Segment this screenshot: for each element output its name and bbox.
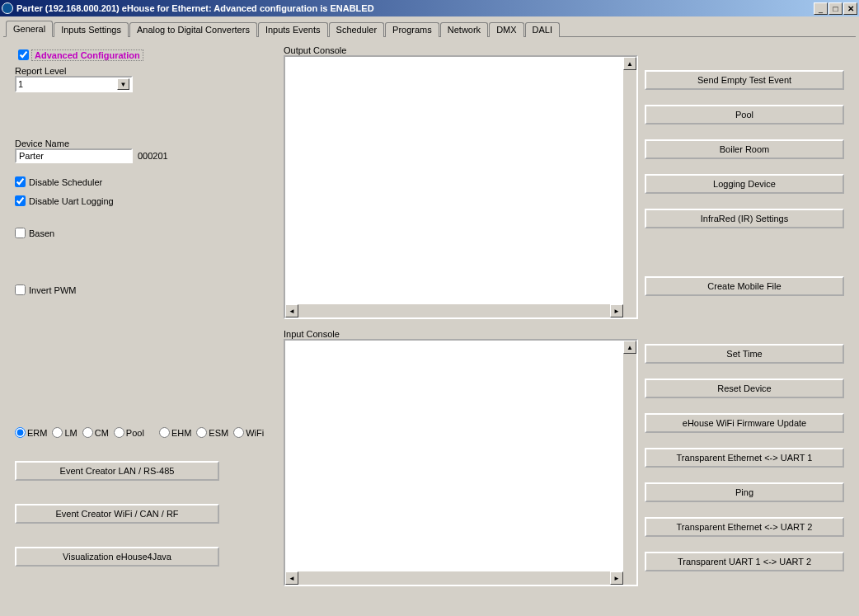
general-panel: Advanced Configuration Report Level 1 ▼ …	[3, 37, 856, 613]
disable-scheduler-checkbox[interactable]	[15, 176, 26, 187]
set-time-button[interactable]: Set Time	[645, 344, 844, 364]
tab-inputs-events[interactable]: Inputs Events	[258, 22, 328, 37]
scroll-right-icon[interactable]: ►	[610, 571, 623, 585]
radio-lm[interactable]	[52, 427, 63, 438]
report-level-label: Report Level	[15, 66, 287, 76]
app-icon	[2, 2, 13, 14]
radio-wifi-label: WiFi	[246, 428, 264, 438]
ping-button[interactable]: Ping	[645, 482, 844, 502]
transparent-uart1-uart2-button[interactable]: Transparent UART 1 <-> UART 2	[645, 552, 844, 571]
pool-button[interactable]: Pool	[645, 105, 844, 125]
tab-strip: General Inputs Settings Analog to Digita…	[3, 20, 856, 37]
left-column: Advanced Configuration Report Level 1 ▼ …	[15, 47, 287, 567]
tab-programs[interactable]: Programs	[385, 22, 439, 37]
input-console[interactable]: ▲ ◄ ►	[284, 339, 638, 586]
transparent-eth-uart1-button[interactable]: Transparent Ethernet <-> UART 1	[645, 448, 844, 468]
maximize-button[interactable]: □	[828, 2, 843, 15]
minimize-button[interactable]: _	[814, 2, 828, 15]
tab-inputs-settings[interactable]: Inputs Settings	[54, 22, 129, 37]
invert-pwm-label: Invert PWM	[29, 285, 76, 295]
report-level-value: 1	[18, 79, 23, 89]
device-id-label: 000201	[138, 151, 168, 161]
advanced-config-label: Advanced Configuration	[31, 49, 143, 61]
radio-pool-label: Pool	[126, 428, 144, 438]
scroll-right-icon[interactable]: ►	[610, 304, 623, 317]
radio-lm-label: LM	[64, 428, 77, 438]
output-hscrollbar[interactable]: ◄ ►	[285, 304, 623, 317]
radio-pool[interactable]	[114, 427, 124, 438]
radio-ehm-label: EHM	[171, 428, 191, 438]
radio-ehm[interactable]	[159, 427, 170, 438]
radio-esm-label: ESM	[209, 428, 228, 438]
advanced-config-checkbox[interactable]	[18, 49, 29, 60]
invert-pwm-checkbox[interactable]	[15, 284, 26, 295]
client-area: General Inputs Settings Analog to Digita…	[0, 16, 859, 616]
scroll-up-icon[interactable]: ▲	[623, 341, 636, 354]
output-console[interactable]: ▲ ◄ ►	[284, 55, 638, 319]
radio-erm[interactable]	[15, 427, 26, 438]
scroll-left-icon[interactable]: ◄	[285, 304, 298, 317]
output-vscrollbar[interactable]: ▲	[623, 57, 636, 304]
device-name-input[interactable]: Parter	[15, 148, 133, 163]
boiler-room-button[interactable]: Boiler Room	[645, 139, 844, 159]
transparent-eth-uart2-button[interactable]: Transparent Ethernet <-> UART 2	[645, 517, 844, 537]
infrared-settings-button[interactable]: InfraRed (IR) Settings	[645, 209, 844, 228]
disable-uart-checkbox[interactable]	[15, 195, 26, 206]
scroll-corner	[623, 571, 636, 585]
radio-cm-label: CM	[95, 428, 109, 438]
input-hscrollbar[interactable]: ◄ ►	[285, 571, 623, 585]
scroll-corner	[623, 304, 636, 317]
report-level-combo[interactable]: 1 ▼	[15, 76, 133, 92]
title-bar: Parter (192.168.000.201) eHouse for Ethe…	[0, 0, 859, 16]
tab-general[interactable]: General	[6, 21, 53, 37]
basen-checkbox[interactable]	[15, 228, 26, 238]
firmware-update-button[interactable]: eHouse WiFi Firmware Update	[645, 413, 844, 433]
tab-network[interactable]: Network	[440, 22, 488, 37]
scroll-up-icon[interactable]: ▲	[623, 57, 636, 70]
tab-adc[interactable]: Analog to Digital Converters	[129, 22, 257, 37]
middle-column: Output Console ▲ ◄ ► Input Console ▲ ◄ ►	[284, 45, 641, 586]
reset-device-button[interactable]: Reset Device	[645, 379, 844, 398]
radio-erm-label: ERM	[27, 428, 47, 438]
disable-scheduler-label: Disable Scheduler	[29, 177, 102, 187]
visualization-button[interactable]: Visualization eHouse4Java	[15, 547, 219, 567]
chevron-down-icon[interactable]: ▼	[117, 78, 129, 90]
radio-wifi[interactable]	[233, 427, 244, 438]
create-mobile-file-button[interactable]: Create Mobile File	[645, 276, 844, 296]
radio-esm[interactable]	[196, 427, 207, 438]
input-vscrollbar[interactable]: ▲	[623, 341, 636, 571]
radio-cm[interactable]	[82, 427, 93, 438]
tab-scheduler[interactable]: Scheduler	[329, 22, 385, 37]
logging-device-button[interactable]: Logging Device	[645, 174, 844, 194]
window-title: Parter (192.168.000.201) eHouse for Ethe…	[16, 3, 813, 13]
disable-uart-label: Disable Uart Logging	[29, 196, 114, 206]
event-creator-lan-button[interactable]: Event Creator LAN / RS-485	[15, 461, 219, 481]
scroll-left-icon[interactable]: ◄	[285, 571, 298, 585]
tab-dmx[interactable]: DMX	[489, 22, 523, 37]
event-creator-wifi-button[interactable]: Event Creator WiFi / CAN / RF	[15, 504, 219, 524]
basen-label: Basen	[29, 228, 54, 238]
output-console-label: Output Console	[284, 45, 641, 55]
input-console-label: Input Console	[284, 329, 641, 339]
close-button[interactable]: ✕	[843, 2, 857, 15]
send-empty-test-event-button[interactable]: Send Empty Test Event	[645, 70, 844, 90]
right-column: Send Empty Test Event Pool Boiler Room L…	[645, 70, 844, 616]
device-name-label: Device Name	[15, 139, 287, 148]
window-controls: _ □ ✕	[813, 2, 857, 15]
tab-dali[interactable]: DALI	[525, 22, 560, 37]
